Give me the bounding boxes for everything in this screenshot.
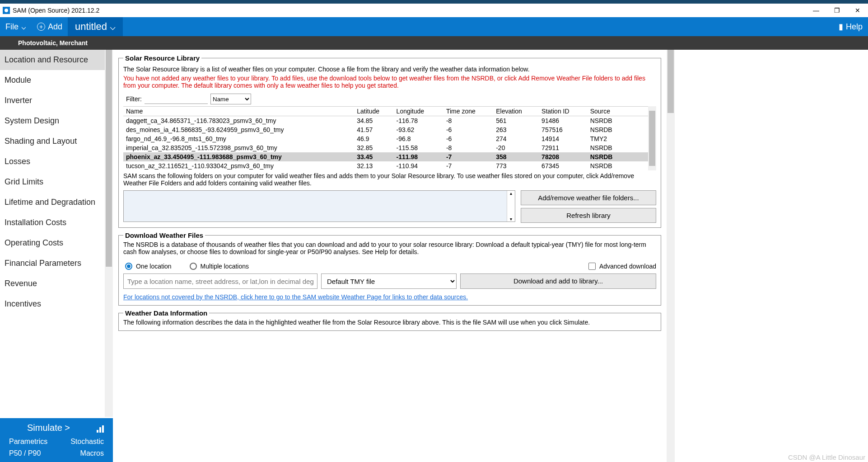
wdi-description: The following information describes the … xyxy=(123,319,656,326)
col-elevation[interactable]: Elevation xyxy=(493,107,539,116)
help-button[interactable]: ▮ Help xyxy=(833,17,868,36)
table-cell: 34.85 xyxy=(354,116,393,126)
titlebar: SAM (Open Source) 2021.12.2 — ❐ ✕ xyxy=(0,4,868,17)
table-row[interactable]: des_moines_ia_41.586835_-93.624959_psmv3… xyxy=(123,125,648,134)
sidebar-item-installation-costs[interactable]: Installation Costs xyxy=(0,212,113,233)
parametrics-button[interactable]: Parametrics xyxy=(9,438,47,446)
table-cell: 33.45 xyxy=(354,152,393,161)
table-header-row: Name Latitude Longitude Time zone Elevat… xyxy=(123,107,648,116)
svg-point-1 xyxy=(5,9,8,12)
p50p90-button[interactable]: P50 / P90 xyxy=(9,449,41,457)
col-name[interactable]: Name xyxy=(123,107,354,116)
weather-folders-list[interactable]: ▴▾ xyxy=(123,190,515,222)
table-cell: 46.9 xyxy=(354,134,393,143)
solar-resource-library-section: Solar Resource Library The Solar Resourc… xyxy=(118,54,661,228)
table-cell: -116.78 xyxy=(394,116,443,126)
table-cell: -7 xyxy=(443,161,493,170)
sidebar-item-shading-layout[interactable]: Shading and Layout xyxy=(0,131,113,151)
file-menu[interactable]: File ⌵ xyxy=(0,17,32,36)
weather-data-info-section: Weather Data Information The following i… xyxy=(118,309,661,331)
maximize-button[interactable]: ❐ xyxy=(826,4,847,17)
advanced-download-checkbox[interactable]: Advanced download xyxy=(588,263,656,270)
menubar: File ⌵ + Add untitled ⌵ ▮ Help xyxy=(0,17,868,36)
col-stationid[interactable]: Station ID xyxy=(539,107,588,116)
table-cell: -96.8 xyxy=(394,134,443,143)
filter-input[interactable] xyxy=(145,94,208,104)
table-cell: tucson_az_32.116521_-110.933042_psmv3_60… xyxy=(123,161,354,170)
table-row[interactable]: tucson_az_32.116521_-110.933042_psmv3_60… xyxy=(123,161,648,170)
download-button[interactable]: Download and add to library... xyxy=(460,273,656,289)
table-scrollbar[interactable] xyxy=(648,106,656,170)
sidebar-item-losses[interactable]: Losses xyxy=(0,151,113,172)
col-longitude[interactable]: Longitude xyxy=(394,107,443,116)
table-row[interactable]: daggett_ca_34.865371_-116.783023_psmv3_6… xyxy=(123,116,648,126)
arrow-down-icon: ▾ xyxy=(510,217,512,222)
folders-spinbuttons[interactable]: ▴▾ xyxy=(507,191,515,222)
chevron-down-icon: ⌵ xyxy=(110,21,116,33)
bar-chart-icon xyxy=(97,424,106,432)
sidebar-item-lifetime-degradation[interactable]: Lifetime and Degradation xyxy=(0,192,113,212)
content-scrollbar[interactable] xyxy=(667,50,675,462)
add-button[interactable]: + Add xyxy=(32,17,68,36)
table-cell: 274 xyxy=(493,134,539,143)
sidebar-item-operating-costs[interactable]: Operating Costs xyxy=(0,233,113,253)
tmy-file-select[interactable]: Default TMY file xyxy=(321,273,457,289)
tab-untitled[interactable]: untitled ⌵ xyxy=(68,17,123,36)
macros-button[interactable]: Macros xyxy=(80,449,104,457)
sidebar-item-module[interactable]: Module xyxy=(0,70,113,90)
library-table: Name Latitude Longitude Time zone Elevat… xyxy=(123,106,648,170)
table-cell: 14914 xyxy=(539,134,588,143)
sidebar-item-system-design[interactable]: System Design xyxy=(0,111,113,131)
table-cell: -20 xyxy=(493,143,539,152)
sidebar-item-inverter[interactable]: Inverter xyxy=(0,90,113,111)
close-button[interactable]: ✕ xyxy=(847,4,868,17)
simulate-button[interactable]: Simulate > xyxy=(5,421,108,438)
sidebar-item-location-resource[interactable]: Location and Resource xyxy=(0,50,113,70)
table-cell: daggett_ca_34.865371_-116.783023_psmv3_6… xyxy=(123,116,354,126)
refresh-library-button[interactable]: Refresh library xyxy=(521,208,656,223)
table-cell: NSRDB xyxy=(588,152,649,161)
sidebar-item-grid-limits[interactable]: Grid Limits xyxy=(0,172,113,192)
sidebar-item-financial-parameters[interactable]: Financial Parameters xyxy=(0,253,113,273)
location-input[interactable] xyxy=(123,273,317,289)
model-type-label: Photovoltaic, Merchant xyxy=(18,39,88,47)
filter-label: Filter: xyxy=(126,95,142,103)
table-cell: 561 xyxy=(493,116,539,126)
svg-rect-3 xyxy=(99,427,101,433)
main: Location and Resource Module Inverter Sy… xyxy=(0,50,868,462)
table-cell: -111.98 xyxy=(394,152,443,161)
sidebar-item-revenue[interactable]: Revenue xyxy=(0,273,113,294)
table-cell: 78208 xyxy=(539,152,588,161)
simulate-label: Simulate > xyxy=(27,423,70,433)
add-label: Add xyxy=(48,22,62,32)
app-icon xyxy=(3,7,10,14)
table-cell: 757516 xyxy=(539,125,588,134)
content-wrapper: Solar Resource Library The Solar Resourc… xyxy=(113,50,868,462)
download-weather-files-section: Download Weather Files The NSRDB is a da… xyxy=(118,231,661,306)
table-cell: phoenix_az_33.450495_-111.983688_psmv3_6… xyxy=(123,152,354,161)
table-cell: 91486 xyxy=(539,116,588,126)
sidebar-scrollbar[interactable] xyxy=(105,50,113,417)
minimize-button[interactable]: — xyxy=(806,4,826,17)
table-cell: -110.94 xyxy=(394,161,443,170)
sidebar-item-incentives[interactable]: Incentives xyxy=(0,294,113,314)
wdi-legend: Weather Data Information xyxy=(123,309,209,317)
svg-rect-4 xyxy=(102,425,104,433)
table-cell: 358 xyxy=(493,152,539,161)
col-timezone[interactable]: Time zone xyxy=(443,107,493,116)
col-latitude[interactable]: Latitude xyxy=(354,107,393,116)
table-cell: -6 xyxy=(443,134,493,143)
filter-field-select[interactable]: Name xyxy=(210,94,251,104)
one-location-radio[interactable]: One location xyxy=(125,263,172,270)
table-row[interactable]: imperial_ca_32.835205_-115.572398_psmv3_… xyxy=(123,143,648,152)
nsrdb-coverage-link[interactable]: For locations not covered by the NSRDB, … xyxy=(123,293,468,301)
table-row[interactable]: fargo_nd_46.9_-96.8_mts1_60_tmy46.9-96.8… xyxy=(123,134,648,143)
table-row[interactable]: phoenix_az_33.450495_-111.983688_psmv3_6… xyxy=(123,152,648,161)
table-cell: -8 xyxy=(443,116,493,126)
col-source[interactable]: Source xyxy=(588,107,649,116)
add-remove-folders-button[interactable]: Add/remove weather file folders... xyxy=(521,190,656,205)
stochastic-button[interactable]: Stochastic xyxy=(70,438,104,446)
multiple-locations-radio[interactable]: Multiple locations xyxy=(190,263,249,270)
table-cell: -7 xyxy=(443,152,493,161)
top-pad xyxy=(0,0,868,4)
